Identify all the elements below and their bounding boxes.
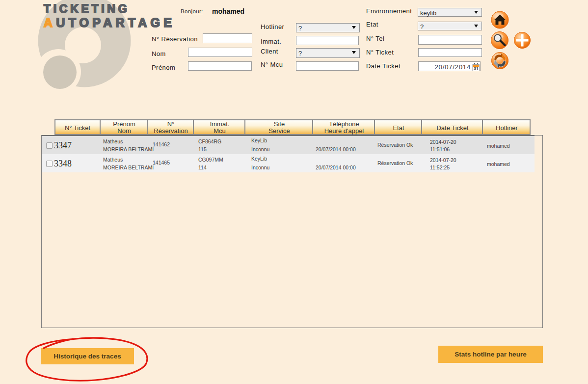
svg-text:31: 31: [474, 66, 479, 71]
